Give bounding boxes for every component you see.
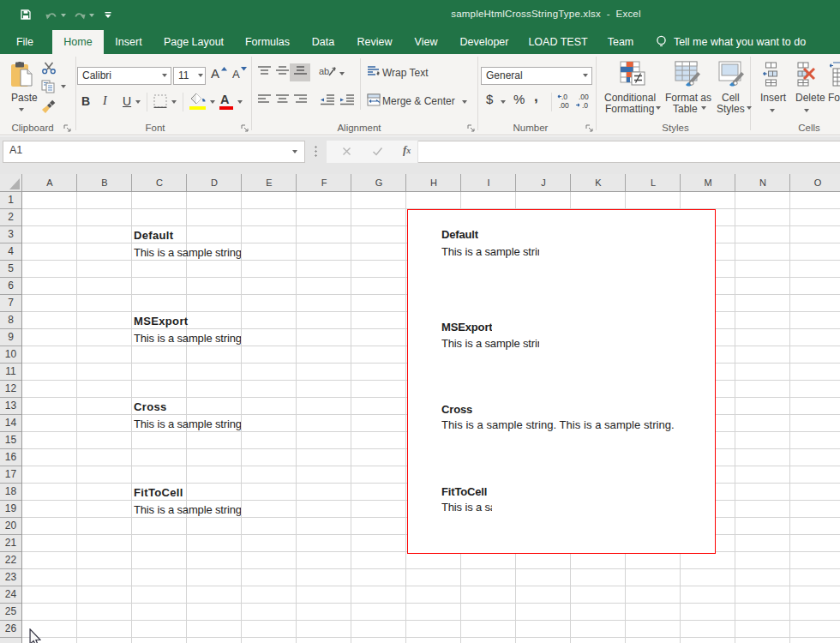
svg-text:ab: ab xyxy=(319,66,329,76)
svg-text:.0: .0 xyxy=(561,93,567,101)
svg-text:.0: .0 xyxy=(582,101,588,110)
svg-text:.00: .00 xyxy=(579,93,589,101)
svg-text:.00: .00 xyxy=(559,101,569,110)
